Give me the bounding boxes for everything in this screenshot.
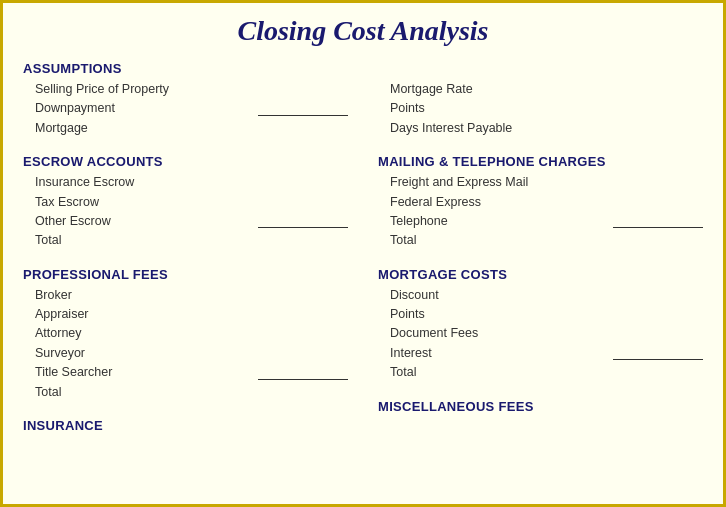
list-item: Insurance Escrow — [35, 173, 348, 192]
section-mortgage: MORTGAGE COSTS Discount Points Document … — [378, 267, 703, 383]
list-item: Total — [390, 231, 703, 250]
item-label: Document Fees — [390, 324, 605, 343]
section-mailing: MAILING & TELEPHONE CHARGES Freight and … — [378, 154, 703, 251]
list-item: Broker — [35, 286, 348, 305]
list-item: Appraiser — [35, 305, 348, 324]
section-insurance: INSURANCE — [23, 418, 348, 433]
section-assumptions-right: ASSUMPTIONS Mortgage Rate Points Days In… — [378, 61, 703, 138]
item-label: Mortgage Rate — [390, 80, 605, 99]
page-title: Closing Cost Analysis — [23, 15, 703, 47]
item-label: Total — [390, 231, 605, 250]
left-column: ASSUMPTIONS Selling Price of Property Do… — [23, 61, 348, 449]
item-label: Points — [390, 99, 605, 118]
list-item: Surveyor — [35, 344, 348, 363]
item-label: Broker — [35, 286, 250, 305]
section-title-escrow: ESCROW ACCOUNTS — [23, 154, 348, 169]
item-label: Surveyor — [35, 344, 250, 363]
section-items-mortgage: Discount Points Document Fees Interest — [378, 286, 703, 383]
section-title-professional: PROFESSIONAL FEES — [23, 267, 348, 282]
section-title-mortgage: MORTGAGE COSTS — [378, 267, 703, 282]
right-column: ASSUMPTIONS Mortgage Rate Points Days In… — [378, 61, 703, 449]
list-item: Tax Escrow — [35, 193, 348, 212]
list-item: Points — [390, 99, 703, 118]
section-items-assumptions: Selling Price of Property Downpayment Mo… — [23, 80, 348, 138]
list-item: Selling Price of Property — [35, 80, 348, 99]
item-label: Attorney — [35, 324, 250, 343]
page-wrapper: Closing Cost Analysis ASSUMPTIONS Sellin… — [3, 3, 723, 504]
section-items-escrow: Insurance Escrow Tax Escrow Other Escrow… — [23, 173, 348, 251]
item-label: Telephone — [390, 212, 605, 231]
item-label: Mortgage — [35, 119, 250, 138]
list-item: Other Escrow — [35, 212, 348, 231]
list-item: Mortgage — [35, 119, 348, 138]
item-label: Points — [390, 305, 605, 324]
section-items-professional: Broker Appraiser Attorney Surveyor — [23, 286, 348, 402]
section-professional: PROFESSIONAL FEES Broker Appraiser Attor… — [23, 267, 348, 402]
list-item: Interest — [390, 344, 703, 363]
section-title-mailing: MAILING & TELEPHONE CHARGES — [378, 154, 703, 169]
item-label: Insurance Escrow — [35, 173, 250, 192]
item-label: Other Escrow — [35, 212, 250, 231]
item-label: Downpayment — [35, 99, 250, 118]
item-label: Selling Price of Property — [35, 80, 250, 99]
item-label: Federal Express — [390, 193, 605, 212]
list-item: Mortgage Rate — [390, 80, 703, 99]
item-label: Total — [35, 383, 250, 402]
list-item: Days Interest Payable — [390, 119, 703, 138]
item-label: Total — [35, 231, 250, 250]
list-item: Total — [35, 383, 348, 402]
list-item: Federal Express — [390, 193, 703, 212]
item-label: Freight and Express Mail — [390, 173, 605, 192]
list-item: Total — [35, 231, 348, 250]
section-escrow: ESCROW ACCOUNTS Insurance Escrow Tax Esc… — [23, 154, 348, 251]
list-item: Total — [390, 363, 703, 382]
list-item: Freight and Express Mail — [390, 173, 703, 192]
item-label: Interest — [390, 344, 605, 363]
list-item: Discount — [390, 286, 703, 305]
item-label: Tax Escrow — [35, 193, 250, 212]
list-item: Points — [390, 305, 703, 324]
list-item: Telephone — [390, 212, 703, 231]
section-misc: MISCELLANEOUS FEES — [378, 399, 703, 414]
list-item: Attorney — [35, 324, 348, 343]
section-title-assumptions: ASSUMPTIONS — [23, 61, 348, 76]
list-item: Document Fees — [390, 324, 703, 343]
section-items-mailing: Freight and Express Mail Federal Express… — [378, 173, 703, 251]
item-label: Total — [390, 363, 605, 382]
item-label: Days Interest Payable — [390, 119, 605, 138]
content-grid: ASSUMPTIONS Selling Price of Property Do… — [23, 61, 703, 449]
list-item: Title Searcher — [35, 363, 348, 382]
list-item: Downpayment — [35, 99, 348, 118]
section-assumptions: ASSUMPTIONS Selling Price of Property Do… — [23, 61, 348, 138]
item-label: Discount — [390, 286, 605, 305]
section-title-insurance: INSURANCE — [23, 418, 348, 433]
item-label: Appraiser — [35, 305, 250, 324]
item-label: Title Searcher — [35, 363, 250, 382]
section-title-misc: MISCELLANEOUS FEES — [378, 399, 703, 414]
section-items-assumptions-right: Mortgage Rate Points Days Interest Payab… — [378, 80, 703, 138]
